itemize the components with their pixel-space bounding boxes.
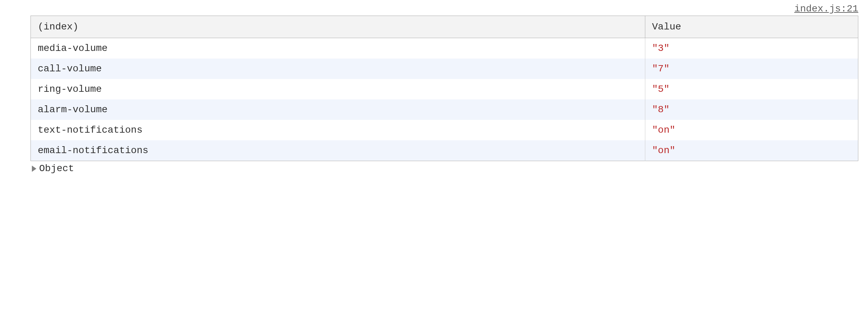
source-link-row: index.js:21 [3, 3, 865, 16]
cell-value: "on" [645, 120, 858, 140]
cell-value: "7" [645, 59, 858, 79]
source-link[interactable]: index.js:21 [794, 3, 858, 14]
table-header-row: (index) Value [31, 16, 858, 38]
cell-index: ring-volume [31, 79, 645, 99]
cell-value: "5" [645, 79, 858, 99]
console-table-wrapper: (index) Value media-volume "3" call-volu… [3, 16, 865, 161]
cell-index: call-volume [31, 59, 645, 79]
table-row: call-volume "7" [31, 59, 858, 79]
table-row: ring-volume "5" [31, 79, 858, 99]
cell-index: text-notifications [31, 120, 645, 140]
console-table: (index) Value media-volume "3" call-volu… [30, 16, 858, 161]
cell-value: "3" [645, 38, 858, 59]
table-row: media-volume "3" [31, 38, 858, 59]
cell-value: "8" [645, 99, 858, 120]
column-header-value[interactable]: Value [645, 16, 858, 38]
table-row: text-notifications "on" [31, 120, 858, 140]
table-row: alarm-volume "8" [31, 99, 858, 120]
cell-value: "on" [645, 140, 858, 161]
cell-index: media-volume [31, 38, 645, 59]
cell-index: email-notifications [31, 140, 645, 161]
object-label: Object [39, 163, 74, 174]
table-row: email-notifications "on" [31, 140, 858, 161]
cell-index: alarm-volume [31, 99, 645, 120]
object-expander[interactable]: Object [3, 161, 865, 174]
column-header-index[interactable]: (index) [31, 16, 645, 38]
disclosure-triangle-icon [32, 166, 36, 172]
